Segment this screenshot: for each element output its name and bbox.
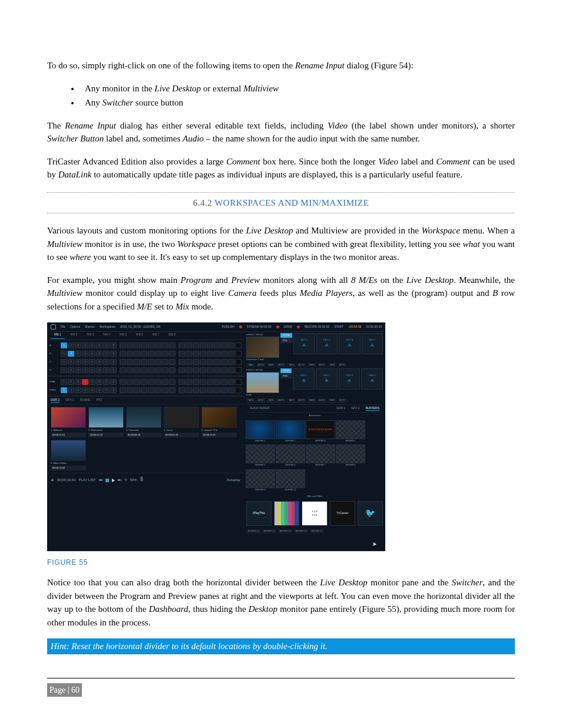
- tab-me5[interactable]: M/E 5: [116, 332, 130, 339]
- take-button[interactable]: TAKE: [267, 398, 276, 403]
- source-button[interactable]: [235, 379, 242, 385]
- source-button[interactable]: 3: [75, 359, 81, 365]
- source-button[interactable]: 4: [82, 342, 88, 348]
- buffer-5[interactable]: BUFFER 5: [246, 444, 275, 467]
- source-button[interactable]: [193, 367, 199, 373]
- source-button[interactable]: [186, 379, 192, 385]
- source-button[interactable]: [134, 351, 140, 357]
- auto-button[interactable]: AUTO: [276, 398, 286, 403]
- source-button[interactable]: [148, 342, 154, 348]
- key2-card[interactable]: KEY 2A: [316, 333, 338, 354]
- source-button[interactable]: [127, 379, 133, 385]
- source-button[interactable]: [169, 379, 176, 385]
- clip-thumbnail[interactable]: 3. Fountains00;00;08;29: [126, 407, 161, 437]
- source-button[interactable]: [228, 379, 234, 385]
- menu-macros[interactable]: Macros: [85, 325, 94, 330]
- clip-thumbnail[interactable]: 2. Winterland00;00;14;29: [88, 407, 124, 437]
- buffer-9[interactable]: BUFFER 9: [246, 469, 275, 492]
- source-button[interactable]: 7: [103, 379, 110, 385]
- source-button[interactable]: [141, 387, 147, 393]
- source-button[interactable]: [193, 351, 199, 357]
- menu-options[interactable]: Options: [70, 325, 80, 330]
- next-icon[interactable]: ⏭: [118, 477, 121, 483]
- tab-sound[interactable]: SOUND: [80, 398, 90, 403]
- iplaythis-card[interactable]: iPlayThis: [246, 501, 272, 526]
- source-button[interactable]: 6: [96, 387, 103, 393]
- source-button[interactable]: 5: [89, 359, 95, 365]
- source-button[interactable]: [221, 367, 227, 373]
- source-button[interactable]: [141, 367, 147, 373]
- key3-card[interactable]: KEY 3A: [339, 333, 361, 354]
- source-button[interactable]: [207, 342, 213, 348]
- source-button[interactable]: [120, 387, 126, 393]
- source-button[interactable]: [200, 342, 206, 348]
- source-button[interactable]: 1: [61, 342, 67, 348]
- source-button[interactable]: [228, 367, 234, 373]
- take-button[interactable]: TAKE: [308, 363, 316, 367]
- tab-me1[interactable]: M/E 1: [51, 332, 65, 339]
- source-button[interactable]: 4: [82, 351, 88, 357]
- source-button[interactable]: 8: [110, 367, 117, 373]
- source-button[interactable]: 2: [68, 359, 74, 365]
- buffer-6[interactable]: BUFFER 6: [276, 444, 305, 467]
- auto-button[interactable]: AUTO: [297, 363, 306, 367]
- grab-label[interactable]: GRAB: [284, 325, 292, 330]
- source-button[interactable]: [221, 342, 227, 348]
- take-button[interactable]: TAKE: [246, 398, 255, 403]
- source-button[interactable]: [134, 367, 140, 373]
- source-button[interactable]: 1: [61, 379, 67, 385]
- source-button[interactable]: 5: [89, 342, 95, 348]
- source-button[interactable]: [200, 387, 206, 393]
- source-button[interactable]: [186, 359, 192, 365]
- source-button[interactable]: [169, 342, 176, 348]
- source-button[interactable]: [186, 367, 192, 373]
- source-button[interactable]: [235, 367, 242, 373]
- source-button[interactable]: [169, 367, 176, 373]
- autoplay-label[interactable]: Autoplay: [227, 477, 240, 483]
- source-button[interactable]: [178, 359, 185, 365]
- source-button[interactable]: [155, 351, 161, 357]
- source-button[interactable]: [207, 387, 213, 393]
- source-button[interactable]: 1: [61, 351, 67, 357]
- source-button[interactable]: [120, 379, 126, 385]
- source-button[interactable]: 3: [75, 342, 81, 348]
- source-button[interactable]: [228, 351, 234, 357]
- speed-pct[interactable]: 50%: [130, 477, 137, 483]
- auto-button[interactable]: AUTO: [318, 363, 327, 367]
- source-button[interactable]: [141, 359, 147, 365]
- source-button[interactable]: [162, 351, 168, 357]
- tab-me6[interactable]: M/E 6: [133, 332, 147, 339]
- list-icon[interactable]: ≣: [140, 477, 143, 483]
- source-button[interactable]: [134, 342, 140, 348]
- source-button[interactable]: [148, 387, 154, 393]
- source-button[interactable]: [169, 351, 176, 357]
- source-button[interactable]: [162, 387, 168, 393]
- source-button[interactable]: [214, 367, 220, 373]
- clip-thumbnail[interactable]: 1. Balloons00;00;19;01: [51, 407, 86, 437]
- source-button[interactable]: 8: [110, 351, 117, 357]
- twitter-card[interactable]: 🐦: [358, 501, 383, 526]
- source-button[interactable]: [214, 359, 220, 365]
- tab-ptz[interactable]: PTZ: [97, 398, 102, 403]
- key1-card[interactable]: KEY 1A: [293, 333, 315, 354]
- source-button[interactable]: [207, 379, 213, 385]
- auto-button[interactable]: AUTO: [338, 363, 347, 367]
- auto-button[interactable]: AUTO: [297, 398, 306, 403]
- source-button[interactable]: 8: [110, 342, 117, 348]
- take-button[interactable]: TAKE: [328, 363, 336, 367]
- source-button[interactable]: [162, 359, 168, 365]
- source-button[interactable]: [155, 359, 161, 365]
- source-button[interactable]: 6: [96, 351, 103, 357]
- tab-gfx2[interactable]: GFX 2: [351, 406, 359, 411]
- buffer-3[interactable]: EYEWITNESS ALERTBUFFER 3: [306, 420, 335, 443]
- source-button[interactable]: [155, 342, 161, 348]
- zoom-button[interactable]: ZOOM: [280, 333, 292, 338]
- source-button[interactable]: [141, 342, 147, 348]
- source-button[interactable]: 5: [89, 379, 95, 385]
- source-button[interactable]: 1: [61, 359, 67, 365]
- bkgd-button[interactable]: BKGD: [280, 368, 292, 373]
- tab-ddr2[interactable]: DDR 2: [51, 398, 59, 403]
- source-button[interactable]: [120, 359, 126, 365]
- source-button[interactable]: 6: [96, 379, 103, 385]
- source-button[interactable]: [178, 367, 185, 373]
